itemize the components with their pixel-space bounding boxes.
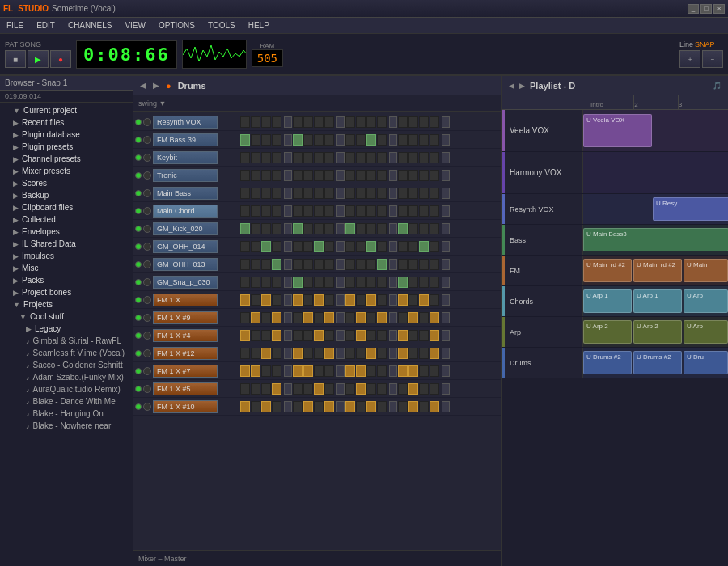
- seq-btn-3-13[interactable]: [408, 170, 418, 181]
- seq-btn-15-10[interactable]: [366, 383, 376, 395]
- seq-btn-7-1[interactable]: [251, 241, 260, 252]
- seq-btn-0-0[interactable]: [240, 116, 250, 128]
- seq-btn-15-7[interactable]: [324, 383, 334, 395]
- seq-btn-6-8[interactable]: [345, 223, 355, 234]
- seq-end-btn-8-3[interactable]: [442, 259, 450, 270]
- seq-nav-right[interactable]: ▶: [153, 81, 159, 90]
- seq-end-btn-0-0[interactable]: [284, 116, 292, 128]
- tree-item-1[interactable]: ▶ Recent files: [0, 116, 133, 129]
- seq-btn-5-8[interactable]: [345, 205, 355, 217]
- seq-btn-11-12[interactable]: [398, 312, 408, 323]
- seq-btn-12-9[interactable]: [356, 330, 366, 341]
- seq-btn-2-10[interactable]: [366, 152, 376, 163]
- seq-btn-3-8[interactable]: [345, 170, 355, 181]
- seq-btn-7-4[interactable]: [293, 241, 303, 252]
- seq-btn-0-4[interactable]: [293, 116, 303, 128]
- seq-end-btn-14-2[interactable]: [389, 365, 397, 377]
- pl-block-2-0[interactable]: U Resy: [653, 197, 728, 222]
- seq-btn-6-10[interactable]: [366, 223, 376, 234]
- seq-btn-2-9[interactable]: [356, 152, 366, 163]
- tree-item-0[interactable]: ▼ Current project: [0, 104, 133, 116]
- seq-btn-14-6[interactable]: [314, 365, 324, 377]
- seq-end-btn-4-1[interactable]: [336, 188, 345, 199]
- tree-item-4[interactable]: ▶ Channel presets: [0, 153, 133, 165]
- tree-item-16[interactable]: ▼ Projects: [0, 298, 133, 310]
- seq-end-btn-5-1[interactable]: [336, 205, 345, 217]
- seq-btn-15-15[interactable]: [430, 383, 439, 395]
- seq-btn-12-4[interactable]: [293, 330, 303, 341]
- seq-end-btn-14-3[interactable]: [442, 365, 450, 377]
- seq-btn-7-5[interactable]: [303, 241, 313, 252]
- seq-btn-4-15[interactable]: [430, 188, 439, 199]
- seq-btn-4-4[interactable]: [293, 188, 303, 199]
- seq-btn-0-14[interactable]: [419, 116, 429, 128]
- seq-btn-9-0[interactable]: [240, 277, 250, 288]
- seq-btn-4-10[interactable]: [366, 188, 376, 199]
- seq-end-btn-3-2[interactable]: [389, 170, 397, 181]
- seq-btn-14-9[interactable]: [356, 365, 366, 377]
- transport-record[interactable]: ●: [50, 50, 71, 68]
- seq-btn-15-8[interactable]: [345, 383, 355, 395]
- seq-btn-8-10[interactable]: [366, 259, 376, 270]
- seq-end-btn-1-0[interactable]: [284, 134, 292, 146]
- seq-end-btn-7-3[interactable]: [442, 241, 450, 252]
- seq-btn-2-15[interactable]: [430, 152, 439, 163]
- seq-end-btn-3-1[interactable]: [336, 170, 345, 181]
- pl-block-6-0[interactable]: U Arp 2: [583, 320, 632, 344]
- seq-btn-3-7[interactable]: [324, 170, 334, 181]
- seq-btn-6-12[interactable]: [398, 223, 408, 234]
- seq-btn-12-14[interactable]: [419, 330, 429, 341]
- seq-btn-1-12[interactable]: [398, 134, 408, 146]
- seq-mini-btn-2[interactable]: [143, 154, 151, 162]
- seq-end-btn-1-1[interactable]: [336, 134, 345, 146]
- seq-btn-6-15[interactable]: [430, 223, 439, 234]
- seq-btn-13-0[interactable]: [240, 348, 250, 359]
- close-button[interactable]: ×: [713, 4, 725, 14]
- seq-btn-5-5[interactable]: [303, 205, 313, 217]
- seq-btn-3-2[interactable]: [261, 170, 271, 181]
- seq-btn-3-9[interactable]: [356, 170, 366, 181]
- seq-btn-8-3[interactable]: [272, 259, 281, 270]
- seq-btn-9-7[interactable]: [324, 277, 334, 288]
- seq-btn-13-13[interactable]: [408, 348, 418, 359]
- seq-btn-1-5[interactable]: [303, 134, 313, 146]
- seq-mini-btn-16[interactable]: [143, 403, 151, 411]
- seq-btn-2-11[interactable]: [377, 152, 387, 163]
- seq-end-btn-0-3[interactable]: [442, 116, 450, 128]
- seq-end-btn-4-0[interactable]: [284, 188, 292, 199]
- seq-btn-15-2[interactable]: [261, 383, 271, 395]
- seq-end-btn-7-2[interactable]: [389, 241, 397, 252]
- seq-btn-4-12[interactable]: [398, 188, 408, 199]
- seq-btn-16-3[interactable]: [272, 401, 281, 412]
- seq-end-btn-13-1[interactable]: [336, 348, 345, 359]
- seq-end-btn-11-2[interactable]: [389, 312, 397, 323]
- seq-channel-name-8[interactable]: GM_OHH_013: [153, 258, 218, 271]
- seq-btn-16-5[interactable]: [303, 401, 313, 412]
- seq-end-btn-11-3[interactable]: [442, 312, 450, 323]
- seq-btn-11-6[interactable]: [314, 312, 324, 323]
- seq-btn-0-5[interactable]: [303, 116, 313, 128]
- tree-item-13[interactable]: ▶ Misc: [0, 262, 133, 274]
- seq-btn-10-11[interactable]: [377, 294, 387, 306]
- seq-btn-14-5[interactable]: [303, 365, 313, 377]
- seq-btn-4-6[interactable]: [314, 188, 324, 199]
- seq-end-btn-5-2[interactable]: [389, 205, 397, 217]
- seq-nav-left[interactable]: ◀: [140, 81, 146, 90]
- seq-mini-btn-8[interactable]: [143, 260, 151, 268]
- seq-end-btn-16-0[interactable]: [284, 401, 292, 412]
- seq-btn-15-12[interactable]: [398, 383, 408, 395]
- seq-led-8[interactable]: [135, 261, 142, 268]
- pl-block-7-0[interactable]: U Drums #2: [583, 351, 632, 375]
- seq-btn-15-1[interactable]: [251, 383, 260, 395]
- seq-end-btn-8-0[interactable]: [284, 259, 292, 270]
- seq-btn-12-11[interactable]: [377, 330, 387, 341]
- seq-btn-5-6[interactable]: [314, 205, 324, 217]
- seq-btn-0-9[interactable]: [356, 116, 366, 128]
- seq-btn-11-1[interactable]: [251, 312, 260, 323]
- seq-btn-1-13[interactable]: [408, 134, 418, 146]
- seq-btn-15-9[interactable]: [356, 383, 366, 395]
- seq-channel-name-3[interactable]: Tronic: [153, 169, 218, 182]
- seq-btn-2-3[interactable]: [272, 152, 281, 163]
- seq-led-13[interactable]: [135, 350, 142, 357]
- seq-btn-14-1[interactable]: [251, 365, 260, 377]
